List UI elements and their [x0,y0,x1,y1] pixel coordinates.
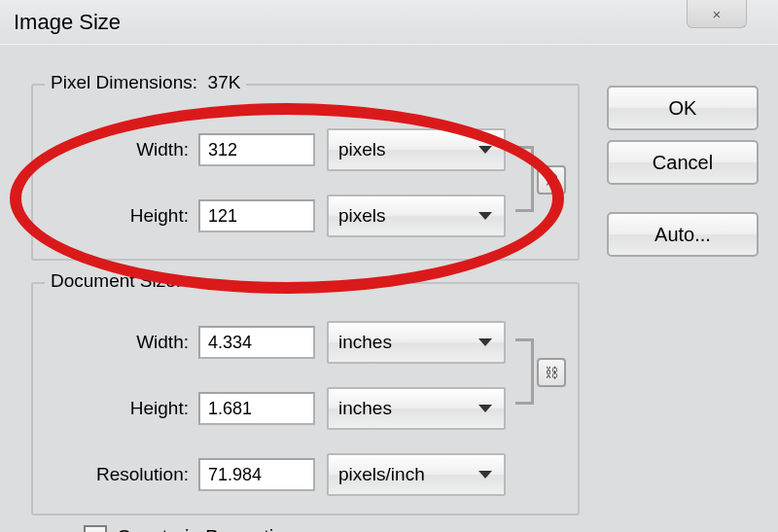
doc-link-bracket [498,338,534,405]
doc-height-input[interactable] [198,392,315,425]
close-icon: × [713,6,722,22]
checkmark-icon: ✓ [89,528,102,533]
link-icon[interactable]: ⛓ [537,165,566,195]
constrain-proportions-label: Constrain Proportions [117,526,304,533]
cancel-button-label: Cancel [653,152,713,174]
dialog-title-bar: Image Size × [0,0,778,45]
chain-icon: ⛓ [545,365,558,380]
doc-height-unit-select[interactable]: inches [327,387,506,430]
dialog-body: Pixel Dimensions: 37K Width: pixels Heig… [0,44,778,532]
pixel-link-bracket [498,146,534,212]
pixel-width-label: Width: [33,139,198,160]
document-size-legend: Document Size: [45,270,187,292]
ok-button[interactable]: OK [607,86,759,130]
pixel-dimensions-legend: Pixel Dimensions: 37K [45,72,246,93]
chevron-down-icon [478,212,492,220]
chain-icon: ⛓ [545,172,558,188]
doc-height-unit-value: inches [338,398,392,419]
doc-width-unit-select[interactable]: inches [327,321,506,364]
doc-width-unit-value: inches [338,332,392,353]
pixel-width-unit-select[interactable]: pixels [327,128,506,171]
doc-resolution-label: Resolution: [33,464,198,485]
auto-button-label: Auto... [654,224,711,246]
constrain-proportions-checkbox[interactable]: ✓ Constrain Proportions [84,525,304,532]
pixel-dimensions-group: Pixel Dimensions: 37K Width: pixels Heig… [31,84,580,261]
doc-resolution-unit-select[interactable]: pixels/inch [327,453,506,496]
document-size-group: Document Size: Width: inches Height: inc… [31,282,580,515]
doc-width-input[interactable] [198,326,315,359]
chevron-down-icon [478,338,492,346]
pixel-dimensions-size: 37K [208,72,241,92]
pixel-dimensions-legend-prefix: Pixel Dimensions: [51,72,197,92]
ok-button-label: OK [669,97,697,120]
pixel-height-unit-select[interactable]: pixels [327,195,506,237]
dialog-title: Image Size [14,10,121,35]
close-button[interactable]: × [687,0,747,28]
pixel-height-label: Height: [33,205,198,227]
chevron-down-icon [478,471,492,479]
checkbox-box: ✓ [84,525,107,532]
doc-height-label: Height: [33,398,198,419]
pixel-width-input[interactable] [198,133,315,166]
pixel-height-unit-value: pixels [338,205,386,227]
pixel-height-input[interactable] [198,199,315,232]
pixel-width-unit-value: pixels [338,139,386,160]
auto-button[interactable]: Auto... [607,212,759,257]
doc-width-label: Width: [33,332,198,353]
chevron-down-icon [478,405,492,412]
doc-resolution-input[interactable] [198,458,315,491]
link-icon[interactable]: ⛓ [537,358,566,387]
chevron-down-icon [478,146,492,154]
doc-resolution-unit-value: pixels/inch [338,464,425,485]
cancel-button[interactable]: Cancel [607,140,759,185]
